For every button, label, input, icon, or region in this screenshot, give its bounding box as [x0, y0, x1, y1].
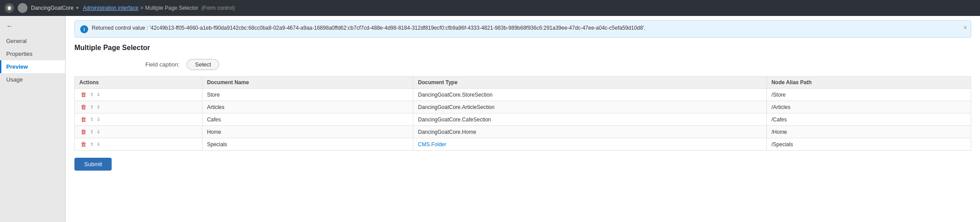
- move-down-icon[interactable]: ⇩: [96, 104, 101, 110]
- sidebar: ← General Properties Preview Usage: [0, 16, 66, 222]
- data-table: Actions Document Name Document Type Node…: [74, 76, 971, 151]
- main-content: i Returned control value : '42c49b13-ff0…: [66, 16, 980, 222]
- move-down-icon[interactable]: ⇩: [96, 92, 101, 97]
- col-node-alias-path: Node Alias Path: [767, 77, 971, 89]
- node-alias-path-cell: /Cafes: [767, 113, 971, 126]
- document-type-cell: DancingGoatCore.Home: [413, 126, 767, 138]
- sidebar-item-preview[interactable]: Preview: [0, 60, 65, 73]
- move-up-icon[interactable]: ⇧: [89, 117, 94, 122]
- table-row: 🗑 ⇧ ⇩ HomeDancingGoatCore.Home/Home: [75, 126, 971, 138]
- avatar: [18, 3, 27, 13]
- actions-cell: 🗑 ⇧ ⇩: [75, 113, 202, 126]
- node-alias-path-cell: /Specials: [767, 138, 971, 151]
- move-down-icon[interactable]: ⇩: [96, 117, 101, 122]
- document-type-cell: DancingGoatCore.StoreSection: [413, 89, 767, 101]
- move-down-icon[interactable]: ⇩: [96, 141, 101, 147]
- document-type-cell: CMS.Folder: [413, 138, 767, 151]
- layout: ← General Properties Preview Usage i Ret…: [0, 16, 980, 222]
- delete-icon[interactable]: 🗑: [79, 103, 88, 111]
- topbar: DancingGoatCore ▼ Administration interfa…: [0, 0, 980, 16]
- sidebar-item-properties[interactable]: Properties: [0, 47, 65, 60]
- table-row: 🗑 ⇧ ⇩ SpecialsCMS.Folder/Specials: [75, 138, 971, 151]
- document-name-cell: Cafes: [202, 113, 413, 126]
- table-header-row: Actions Document Name Document Type Node…: [75, 77, 971, 89]
- select-button[interactable]: Select: [187, 59, 219, 70]
- back-icon: ←: [6, 22, 13, 30]
- delete-icon[interactable]: 🗑: [79, 140, 88, 148]
- actions-cell: 🗑 ⇧ ⇩: [75, 89, 202, 101]
- actions-cell: 🗑 ⇧ ⇩: [75, 101, 202, 113]
- document-type-cell: DancingGoatCore.CafeSection: [413, 113, 767, 126]
- col-document-type: Document Type: [413, 77, 767, 89]
- breadcrumb-current: Multiple Page Selector (Form control): [145, 5, 235, 11]
- field-caption-row: Field caption: Select: [145, 59, 971, 70]
- sidebar-item-usage[interactable]: Usage: [0, 73, 65, 86]
- breadcrumb: Administration interface > Multiple Page…: [83, 5, 235, 11]
- col-actions: Actions: [75, 77, 202, 89]
- move-up-icon[interactable]: ⇧: [89, 104, 94, 110]
- doc-type-link[interactable]: CMS.Folder: [418, 141, 446, 148]
- table-row: 🗑 ⇧ ⇩ CafesDancingGoatCore.CafeSection/C…: [75, 113, 971, 126]
- move-up-icon[interactable]: ⇧: [89, 92, 94, 97]
- actions-cell: 🗑 ⇧ ⇩: [75, 138, 202, 151]
- delete-icon[interactable]: 🗑: [79, 91, 88, 98]
- back-button[interactable]: ←: [0, 19, 65, 33]
- table-row: 🗑 ⇧ ⇩ StoreDancingGoatCore.StoreSection/…: [75, 89, 971, 101]
- document-type-cell: DancingGoatCore.ArticleSection: [413, 101, 767, 113]
- document-name-cell: Articles: [202, 101, 413, 113]
- col-document-name: Document Name: [202, 77, 413, 89]
- site-dropdown-icon: ▼: [75, 6, 79, 10]
- node-alias-path-cell: /Home: [767, 126, 971, 138]
- info-icon: i: [80, 25, 88, 33]
- close-banner-button[interactable]: ×: [964, 24, 967, 31]
- page-title: Multiple Page Selector: [74, 44, 971, 52]
- document-name-cell: Store: [202, 89, 413, 101]
- node-alias-path-cell: /Store: [767, 89, 971, 101]
- move-up-icon[interactable]: ⇧: [89, 141, 94, 147]
- breadcrumb-separator: >: [140, 5, 143, 11]
- node-alias-path-cell: /Articles: [767, 101, 971, 113]
- field-caption-label: Field caption:: [145, 61, 179, 68]
- delete-icon[interactable]: 🗑: [79, 116, 88, 123]
- home-icon[interactable]: [4, 3, 14, 13]
- document-name-cell: Home: [202, 126, 413, 138]
- admin-interface-link[interactable]: Administration interface: [83, 5, 138, 11]
- info-banner-text: Returned control value : '42c49b13-ff05-…: [92, 25, 646, 31]
- table-row: 🗑 ⇧ ⇩ ArticlesDancingGoatCore.ArticleSec…: [75, 101, 971, 113]
- move-up-icon[interactable]: ⇧: [89, 129, 94, 135]
- site-name[interactable]: DancingGoatCore ▼: [31, 5, 79, 11]
- document-name-cell: Specials: [202, 138, 413, 151]
- move-down-icon[interactable]: ⇩: [96, 129, 101, 135]
- submit-button[interactable]: Submit: [74, 158, 112, 171]
- info-banner: i Returned control value : '42c49b13-ff0…: [74, 20, 971, 38]
- actions-cell: 🗑 ⇧ ⇩: [75, 126, 202, 138]
- sidebar-item-general[interactable]: General: [0, 35, 65, 47]
- delete-icon[interactable]: 🗑: [79, 128, 88, 136]
